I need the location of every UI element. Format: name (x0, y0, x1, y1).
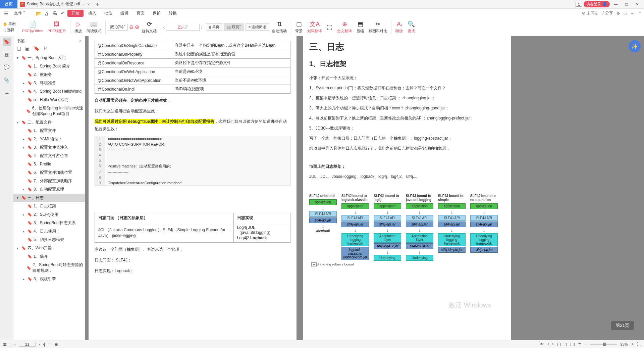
pdf-to-image[interactable]: 🖼PDF转图片 (46, 20, 68, 34)
more-icon[interactable]: ⋯ (631, 11, 635, 16)
min-ribbon-icon[interactable]: ▭ (624, 11, 627, 16)
undo-icon[interactable]: ↶ (59, 11, 66, 16)
page-number-input[interactable]: 21/87 (166, 24, 200, 31)
sb-page-input[interactable]: 21 (19, 342, 36, 347)
document-viewport[interactable]: @ConditionalOnSingleCandidate容器中只有一个指定的B… (85, 36, 644, 340)
new-tab-button[interactable]: + (93, 1, 102, 7)
bookmark-item[interactable]: 🔖1、日志框架 (13, 202, 85, 210)
ai-assistant-button[interactable]: ✨ (629, 40, 641, 52)
bookmark-item[interactable]: ▸🔖3、模板引擎 (13, 275, 85, 283)
single-page-button[interactable]: ▯ 单页 (206, 23, 222, 31)
zoom-slider[interactable] (590, 344, 617, 345)
sb-zoom-in[interactable]: + (631, 342, 634, 347)
bookmark-item[interactable]: ▸🔖3、环境准备 (13, 79, 85, 87)
next-page-icon[interactable]: › (201, 24, 203, 30)
sb-last-icon[interactable]: ›| (43, 342, 45, 347)
collapse-icon[interactable]: ⌃ (638, 11, 641, 16)
comment-icon[interactable]: 💬 (3, 63, 11, 71)
bookmark-item[interactable]: 🔖2、SpringBoot对静态资源的映射规则； (13, 261, 85, 275)
sb-mark2-icon[interactable]: ▣ (54, 342, 58, 347)
print-icon[interactable]: 🖶 (51, 11, 58, 16)
bookmark-item[interactable]: ▾🔖三、日志 (13, 194, 85, 202)
bookmark-item[interactable]: 🔖4、配置文件占位符 (13, 152, 85, 160)
bookmark-item[interactable]: 🔖5、Hello World探究 (13, 96, 85, 104)
page-menu[interactable]: 页面 (133, 10, 148, 17)
bookmark-item[interactable]: 🔖7、外部配置加载顺序 (13, 177, 85, 185)
edit-menu[interactable]: 编辑 (117, 10, 132, 17)
bookmark-item[interactable]: 🔖6、使用Spring Initializer快速创建Spring Boot项目 (13, 104, 85, 118)
close-tab-icon[interactable]: × (87, 2, 90, 7)
play-button[interactable]: ▷播放 (72, 20, 84, 34)
share-button[interactable]: ⤴ 分享 (602, 10, 613, 16)
sb-first-icon[interactable]: |‹ (9, 342, 12, 347)
bm-tool-1[interactable]: ▢ (17, 46, 21, 54)
protect-menu[interactable]: 保护 (149, 10, 164, 17)
sb-next-icon[interactable]: › (38, 342, 40, 347)
background-button[interactable]: ▢背景 (293, 20, 305, 34)
cloud-icon[interactable]: ☁ (3, 89, 11, 97)
bookmark-item[interactable]: 🔖5、Profile (13, 160, 85, 168)
settings-icon[interactable]: ⚙ (616, 11, 620, 16)
word-translate[interactable]: 文A划词翻译 (305, 20, 324, 34)
bookmark-item[interactable]: 🔖3、SpringBoot日志关系 (13, 219, 85, 227)
document-tab[interactable]: P Spring Boot核心技术-笔记.pdf ▱ × (17, 0, 93, 8)
bookmark-item[interactable]: ▾🔖一、Spring Boot 入门 (13, 54, 85, 62)
zoom-level[interactable]: 95.07% ˅ (108, 24, 128, 31)
bookmark-item[interactable]: ▸🔖2、YAML语法： (13, 135, 85, 143)
compress-button[interactable]: ⬒压缩 (355, 20, 366, 34)
auto-scroll[interactable]: ⇅自动滚动 (270, 20, 289, 34)
convert-menu[interactable]: 转换 (165, 10, 180, 17)
screenshot-button[interactable]: ✂截图和对比 (367, 20, 389, 34)
select-translate-icon[interactable]: ⬚ (325, 23, 334, 31)
sb-layout2-icon[interactable]: ▯▯ (570, 342, 575, 347)
bookmark-item[interactable]: 🔖2、微服务 (13, 70, 85, 79)
thumbnail-icon[interactable]: ▦ (3, 50, 11, 58)
continuous-button[interactable]: ≡ 连续阅读 (246, 23, 269, 31)
bookmark-item[interactable]: ▸🔖3、配置文件值注入 (13, 143, 85, 152)
zoom-in-icon[interactable]: ⊕ (135, 24, 139, 30)
sb-zoom-out[interactable]: − (584, 342, 587, 347)
sb-fit-width-icon[interactable]: ⟷ (547, 342, 554, 347)
bookmark-item[interactable]: 🔖5、切换日志框架 (13, 236, 85, 244)
home-tab[interactable]: 首页 (0, 0, 17, 8)
bookmark-item[interactable]: ▾🔖四、Web开发 (13, 244, 85, 252)
find-button[interactable]: 🔍查找 (406, 20, 417, 34)
double-page-button[interactable]: ▯▯ 双页˅ (224, 23, 244, 31)
sb-prev-icon[interactable]: ‹ (15, 342, 16, 347)
read-mode[interactable]: 📖阅读模式 (85, 20, 103, 34)
minimize-button[interactable]: — (611, 2, 621, 7)
bookmark-item[interactable]: ▸🔖4、Spring Boot HelloWorld (13, 87, 85, 96)
bookmark-item[interactable]: 🔖6、配置文件加载位置 (13, 168, 85, 177)
bookmark-item[interactable]: ▸🔖2、SLF4j使用 (13, 210, 85, 219)
select-tool[interactable]: ⬚ 选择 (3, 28, 16, 33)
close-window-button[interactable]: ✕ (633, 2, 642, 7)
bookmark-icon[interactable]: 🔖 (3, 38, 11, 46)
pdf-to-office[interactable]: 📄PDF转Office (20, 20, 45, 34)
start-menu[interactable]: 开始 (67, 10, 84, 17)
doc-menu-icon[interactable]: ▱ (82, 2, 85, 7)
rotate-button[interactable]: ⟳旋转文档 (140, 20, 159, 34)
sb-layout3-icon[interactable]: ≡ (578, 342, 581, 347)
annotate-menu[interactable]: 批注 (101, 10, 116, 17)
login-button[interactable]: 访客登录👤 (584, 1, 610, 7)
sb-mark1-icon[interactable]: ▭ (48, 342, 52, 347)
zoom-out-icon[interactable]: ⊖ (129, 24, 133, 30)
save-icon[interactable]: 🖨 (43, 11, 50, 16)
sb-eye-icon[interactable]: 👁 (540, 342, 544, 347)
open-icon[interactable]: 📂 (35, 11, 42, 16)
prev-page-icon[interactable]: ‹ (163, 24, 165, 30)
close-panel-icon[interactable]: × (79, 39, 82, 43)
bookmark-item[interactable]: 🔖1、简介 (13, 252, 85, 261)
read-aloud[interactable]: Aᵢ朗读 (393, 20, 405, 34)
attachment-icon[interactable]: 📎 (3, 76, 11, 84)
full-translate[interactable]: ⊕全文翻译 (335, 20, 354, 34)
hamburger-icon[interactable]: ☰ (3, 11, 9, 16)
bookmark-item[interactable]: 🔖1、Spring Boot 简介 (13, 62, 85, 70)
bookmark-item[interactable]: ▾🔖二、配置文件 (13, 118, 85, 127)
sb-fullscreen-icon[interactable]: ⛶ (637, 342, 641, 347)
bm-tool-2[interactable]: ▣ (25, 46, 30, 54)
bm-tool-4[interactable]: ⚐ (43, 46, 48, 54)
bookmark-item[interactable]: ▸🔖4、日志使用； (13, 227, 85, 236)
insert-menu[interactable]: 插入 (85, 10, 100, 17)
file-menu[interactable]: 文件 ˅ (11, 10, 29, 17)
